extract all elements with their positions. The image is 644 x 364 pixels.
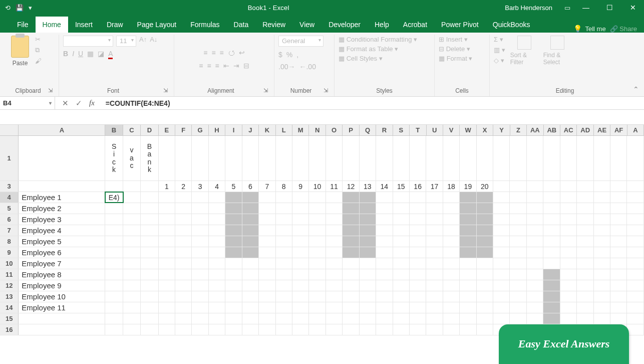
cell[interactable] <box>410 225 426 236</box>
cell[interactable] <box>376 225 393 236</box>
cell[interactable] <box>376 258 393 269</box>
cell[interactable] <box>225 269 242 280</box>
cell[interactable] <box>577 269 593 280</box>
cell[interactable] <box>360 225 376 236</box>
cell[interactable] <box>443 236 460 247</box>
cell[interactable] <box>225 203 242 214</box>
cell[interactable] <box>543 225 560 236</box>
cell[interactable] <box>560 313 577 324</box>
cell[interactable] <box>376 324 393 335</box>
cell[interactable] <box>276 313 292 324</box>
cell[interactable]: S i c k <box>105 136 123 180</box>
cell[interactable] <box>493 258 510 269</box>
cell[interactable] <box>527 302 543 313</box>
font-size-select[interactable]: 11 <box>116 36 136 47</box>
cell[interactable] <box>627 324 643 335</box>
cell[interactable] <box>376 302 393 313</box>
col-header[interactable]: AF <box>610 125 627 135</box>
cell[interactable] <box>123 181 141 192</box>
autosum-icon[interactable]: Σ ▾ <box>494 36 505 43</box>
cell[interactable] <box>510 214 526 225</box>
cell[interactable] <box>259 313 275 324</box>
tab-draw[interactable]: Draw <box>100 17 130 33</box>
employee-cell[interactable]: Employee 2 <box>19 203 105 214</box>
cell[interactable] <box>610 203 627 214</box>
worksheet-grid[interactable]: ABCDEFGHIJKLMNOPQRSTUVWXYZAAABACADAEAFA … <box>0 125 644 335</box>
align-top-icon[interactable]: ≡ <box>203 49 207 57</box>
cell[interactable] <box>376 236 393 247</box>
cell[interactable] <box>192 236 208 247</box>
cell[interactable] <box>460 236 476 247</box>
cell[interactable] <box>627 280 643 291</box>
cell[interactable] <box>292 214 309 225</box>
cell[interactable] <box>410 291 426 302</box>
col-header[interactable]: B <box>105 125 123 135</box>
cell[interactable] <box>627 181 643 192</box>
cell[interactable] <box>141 181 158 192</box>
cell[interactable] <box>259 136 275 180</box>
cell[interactable] <box>393 313 410 324</box>
cell[interactable] <box>426 214 443 225</box>
cell[interactable] <box>594 269 610 280</box>
cell[interactable] <box>105 236 123 247</box>
cell[interactable] <box>309 192 326 203</box>
cell[interactable] <box>460 225 476 236</box>
cell[interactable] <box>259 269 275 280</box>
close-button[interactable]: ✕ <box>625 2 641 14</box>
cell[interactable] <box>19 136 105 180</box>
cell[interactable]: 8 <box>276 181 292 192</box>
cell[interactable]: 7 <box>259 181 275 192</box>
cell[interactable] <box>594 225 610 236</box>
cell[interactable] <box>343 313 359 324</box>
cell[interactable] <box>225 324 242 335</box>
cell[interactable] <box>610 313 627 324</box>
col-header[interactable]: S <box>393 125 410 135</box>
cell[interactable] <box>426 192 443 203</box>
tab-powerpivot[interactable]: Power Pivot <box>434 17 486 33</box>
row-header[interactable]: 11 <box>0 269 19 280</box>
cell[interactable] <box>309 225 326 236</box>
indent-dec-icon[interactable]: ⇤ <box>223 62 229 70</box>
cell[interactable] <box>410 269 426 280</box>
cell[interactable] <box>225 280 242 291</box>
cell[interactable] <box>326 203 343 214</box>
cell[interactable] <box>343 302 359 313</box>
row-header[interactable]: 9 <box>0 247 19 258</box>
cell[interactable] <box>259 214 275 225</box>
cell[interactable] <box>259 203 275 214</box>
cell[interactable] <box>309 302 326 313</box>
cell[interactable] <box>543 214 560 225</box>
cell[interactable] <box>460 313 476 324</box>
cell[interactable] <box>560 181 577 192</box>
cell[interactable]: 18 <box>443 181 460 192</box>
cell[interactable] <box>443 247 460 258</box>
decrease-font-icon[interactable]: A↓ <box>150 36 157 47</box>
cell[interactable] <box>577 247 593 258</box>
cell[interactable] <box>309 247 326 258</box>
row-header[interactable]: 6 <box>0 214 19 225</box>
cell[interactable] <box>225 236 242 247</box>
cell[interactable] <box>410 324 426 335</box>
cell[interactable] <box>610 258 627 269</box>
cell[interactable] <box>276 192 292 203</box>
cell[interactable] <box>527 236 543 247</box>
fill-icon[interactable]: ▥ ▾ <box>494 46 505 54</box>
cell[interactable]: 10 <box>309 181 326 192</box>
row-header[interactable]: 8 <box>0 236 19 247</box>
cell[interactable] <box>175 192 192 203</box>
cell[interactable]: 12 <box>343 181 359 192</box>
cell[interactable] <box>141 225 158 236</box>
cell[interactable] <box>309 313 326 324</box>
cell[interactable] <box>259 280 275 291</box>
cell[interactable] <box>225 313 242 324</box>
cell[interactable] <box>141 258 158 269</box>
cancel-formula-icon[interactable]: ✕ <box>62 99 69 108</box>
cell[interactable] <box>594 247 610 258</box>
cell[interactable] <box>123 302 141 313</box>
font-color-icon[interactable]: A <box>108 50 113 58</box>
cell[interactable] <box>477 258 493 269</box>
cell[interactable] <box>510 258 526 269</box>
cell[interactable] <box>292 192 309 203</box>
ribbon-options-icon[interactable]: ▭ <box>564 4 570 12</box>
cell[interactable] <box>493 247 510 258</box>
